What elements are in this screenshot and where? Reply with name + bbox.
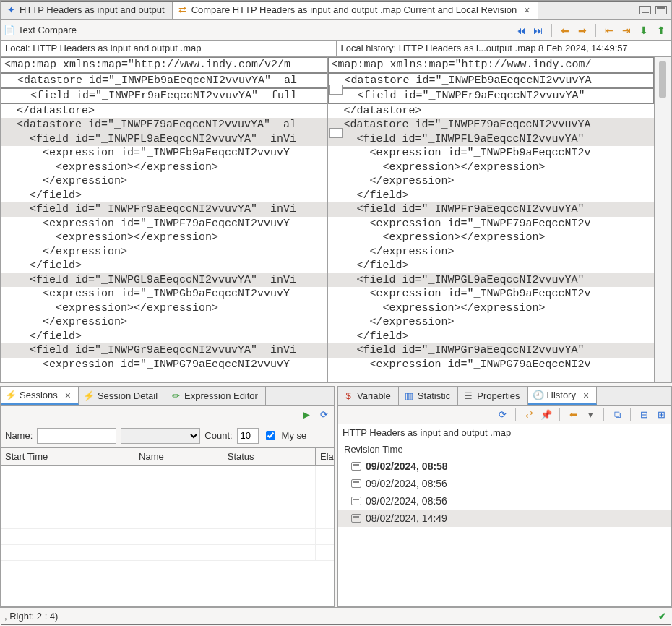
revision-item[interactable]: 09/02/2024, 08:56 [338, 492, 671, 510]
revision-time: 09/02/2024, 08:56 [366, 478, 447, 489]
code-line: <field id="_INWPGr9aEeqccNI2vvuvYA" [328, 343, 655, 358]
prev-revision-icon[interactable]: ⬅ [566, 408, 580, 422]
left-pane-header: Local: HTTP Headers as input and output … [1, 41, 337, 56]
copy-right-icon[interactable]: ➡ [575, 23, 590, 38]
prev-change-icon[interactable]: ⬆ [654, 23, 668, 38]
link-editor-icon[interactable]: ⇄ [522, 408, 536, 422]
code-line: </field> [1, 330, 327, 344]
tab-variable[interactable]: $ Variable [338, 387, 399, 405]
code-line: <expression id="_INWPFb9aEeqccNI2vvuvY [1, 146, 327, 160]
revision-time: 08/02/2024, 14:49 [366, 513, 447, 524]
table-row[interactable] [1, 466, 334, 481]
tab-history[interactable]: 🕘 History × [528, 387, 598, 405]
table-row[interactable] [1, 497, 334, 513]
table-row[interactable] [1, 529, 334, 545]
copy-all-left-icon[interactable]: ⇤ [602, 23, 616, 38]
tab-properties-label: Properties [477, 390, 520, 401]
history-file-title: HTTP Headers as input and output .map [338, 424, 671, 441]
revision-time: 09/02/2024, 08:58 [366, 460, 448, 472]
statistic-icon: ▥ [403, 390, 415, 402]
table-row[interactable] [1, 545, 334, 561]
compare-header: Local: HTTP Headers as input and output … [1, 41, 671, 57]
tab-editor[interactable]: ✦ HTTP Headers as input and output [1, 1, 173, 19]
bottom-area: ⚡ Sessions × ⚡ Session Detail ✏ Expressi… [0, 386, 672, 607]
tab-properties[interactable]: ☰ Properties [458, 387, 527, 405]
code-line: <field id="_INWPGL9aEeqccNI2vvuvYA" inVi [1, 273, 327, 288]
dropdown-icon[interactable]: ▾ [583, 408, 598, 422]
revision-item[interactable]: 08/02/2024, 14:49 [338, 510, 671, 527]
collapse-icon[interactable]: ⊟ [637, 408, 651, 422]
sessions-tabbar: ⚡ Sessions × ⚡ Session Detail ✏ Expressi… [1, 387, 334, 406]
history-body: HTTP Headers as input and output .map Re… [338, 424, 671, 606]
code-line: </datastore> [1, 104, 327, 119]
table-header[interactable]: Name [134, 448, 223, 466]
code-line: <field id="_INWPFr9aEeqccNI2vvuvYA" inVi [1, 202, 327, 217]
run-icon[interactable]: ▶ [299, 408, 314, 422]
sessions-table[interactable]: Start TimeNameStatusElaps [1, 447, 334, 606]
diff-link-icon [329, 128, 343, 138]
sessions-icon: ⚡ [5, 390, 17, 401]
table-header[interactable]: Elaps [316, 448, 334, 466]
tab-session-detail-label: Session Detail [98, 390, 158, 401]
code-line: </field> [328, 189, 655, 203]
code-line: </field> [328, 330, 655, 344]
code-line: </expression> [1, 245, 327, 260]
overview-gutter[interactable] [654, 57, 671, 382]
code-line: <expression></expression> [1, 301, 327, 316]
table-header[interactable]: Start Time [1, 448, 134, 466]
code-line: </expression> [328, 245, 655, 260]
my-sessions-label: My se [282, 430, 307, 441]
copy-all-right-icon[interactable]: ⇥ [619, 23, 634, 38]
copy-left-icon[interactable]: ⬅ [558, 23, 572, 38]
revision-list: 09/02/2024, 08:5809/02/2024, 08:5609/02/… [338, 458, 671, 527]
revision-icon [351, 497, 361, 505]
filter-count-input[interactable] [237, 428, 259, 444]
my-sessions-checkbox[interactable] [266, 431, 275, 440]
status-ok-icon: ✔ [656, 611, 668, 622]
tab-session-detail[interactable]: ⚡ Session Detail [79, 387, 165, 405]
table-row[interactable] [1, 513, 334, 529]
editor-tabbar: ✦ HTTP Headers as input and output ⇄ Com… [1, 1, 671, 20]
filter-select[interactable] [121, 428, 200, 444]
right-pane[interactable]: <map:map xmlns:map="http://www.indy.com/… [328, 57, 655, 382]
code-line: <field id="_INWPFL9aEeqccNI2vvuvYA" inVi [1, 132, 327, 147]
last-diff-icon[interactable]: ⏭ [531, 23, 546, 38]
table-row[interactable] [1, 481, 334, 497]
first-diff-icon[interactable]: ⏮ [514, 23, 528, 38]
close-icon[interactable]: × [524, 4, 530, 16]
close-icon[interactable]: × [583, 390, 589, 401]
revision-icon [351, 514, 361, 523]
history-icon: 🕘 [533, 390, 544, 401]
variable-icon: $ [343, 390, 354, 402]
pin-icon[interactable]: 📌 [539, 408, 553, 422]
table-header[interactable]: Status [223, 448, 315, 466]
filter-name-label: Name: [5, 430, 33, 441]
next-change-icon[interactable]: ⬇ [637, 23, 651, 38]
tab-expression-editor[interactable]: ✏ Expression Editor [165, 387, 266, 405]
sessions-filter: Name: Count: My se [1, 424, 334, 447]
expand-icon[interactable]: ⊞ [654, 408, 668, 422]
tab-history-label: History [547, 390, 576, 400]
compare-body: <map:map xmlns:map="http://www.indy.com/… [1, 57, 671, 382]
filter-name-input[interactable] [37, 428, 116, 444]
compare-revision-icon[interactable]: ⧉ [610, 408, 624, 422]
tab-sessions[interactable]: ⚡ Sessions × [1, 387, 79, 405]
revision-item[interactable]: 09/02/2024, 08:58 [338, 458, 671, 475]
tab-compare[interactable]: ⇄ Compare HTTP Headers as input and outp… [173, 1, 538, 19]
close-icon[interactable]: × [65, 390, 71, 401]
cursor-position: , Right: 2 : 4) [4, 611, 58, 622]
tab-statistic[interactable]: ▥ Statistic [399, 387, 459, 405]
revision-time: 09/02/2024, 08:56 [366, 495, 447, 507]
maximize-button[interactable] [655, 6, 667, 14]
left-pane[interactable]: <map:map xmlns:map="http://www.indy.com/… [1, 57, 328, 382]
minimize-button[interactable] [639, 6, 651, 14]
code-line: <datastore id="_INWPEb9aEeqccNI2vvuvYA [328, 73, 655, 89]
revision-item[interactable]: 09/02/2024, 08:56 [338, 475, 671, 492]
properties-icon: ☰ [462, 390, 474, 402]
revision-icon [351, 479, 361, 488]
code-line: </expression> [1, 174, 327, 189]
refresh-icon[interactable]: ⟳ [316, 408, 331, 422]
diff-link-icon [329, 85, 343, 95]
refresh-icon[interactable]: ⟳ [495, 408, 509, 422]
code-line: <datastore id="_INWPE79aEeqccNI2vvuvYA [328, 118, 655, 132]
